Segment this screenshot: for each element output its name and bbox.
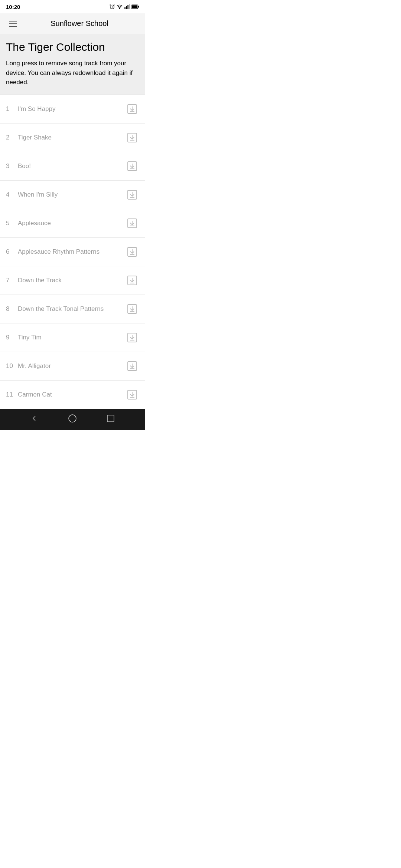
back-icon	[30, 414, 39, 423]
song-number: 10	[6, 362, 18, 370]
download-button[interactable]	[125, 388, 139, 401]
svg-rect-2	[124, 7, 125, 9]
song-title: Tiger Shake	[18, 134, 125, 141]
download-button[interactable]	[125, 331, 139, 344]
download-button[interactable]	[125, 217, 139, 230]
svg-rect-7	[138, 6, 139, 8]
status-time: 10:20	[6, 4, 20, 10]
signal-icon	[124, 4, 130, 10]
app-bar: Sunflower School	[0, 13, 145, 34]
svg-rect-5	[129, 4, 130, 9]
song-title: When I'm Silly	[18, 191, 125, 198]
song-title: Tiny Tim	[18, 334, 125, 341]
hamburger-menu-button[interactable]	[6, 18, 20, 30]
song-item[interactable]: 6Applesauce Rhythm Patterns	[0, 238, 145, 266]
battery-icon	[131, 4, 139, 9]
song-item[interactable]: 9Tiny Tim	[0, 323, 145, 352]
song-item[interactable]: 1I'm So Happy	[0, 95, 145, 124]
hamburger-line-1	[9, 21, 17, 22]
song-number: 1	[6, 105, 18, 113]
home-icon	[68, 414, 77, 423]
download-icon	[127, 161, 137, 171]
song-item[interactable]: 5Applesauce	[0, 209, 145, 238]
download-icon	[127, 104, 137, 114]
recent-apps-icon	[106, 414, 115, 423]
download-button[interactable]	[125, 245, 139, 259]
song-item[interactable]: 4When I'm Silly	[0, 181, 145, 209]
song-number: 6	[6, 248, 18, 256]
song-title: Applesauce	[18, 220, 125, 227]
song-title: Down the Track	[18, 277, 125, 284]
song-item[interactable]: 11Carmen Cat	[0, 381, 145, 409]
download-button[interactable]	[125, 160, 139, 173]
app-bar-title: Sunflower School	[20, 19, 139, 28]
song-title: Applesauce Rhythm Patterns	[18, 248, 125, 256]
song-number: 4	[6, 191, 18, 198]
collection-description: Long press to remove song track from you…	[6, 59, 139, 87]
svg-rect-3	[126, 6, 127, 9]
song-title: Carmen Cat	[18, 391, 125, 398]
song-title: Down the Track Tonal Patterns	[18, 305, 125, 313]
status-bar: 10:20	[0, 0, 145, 13]
song-list: 1I'm So Happy 2Tiger Shake 3Boo! 4When	[0, 95, 145, 409]
song-title: Boo!	[18, 162, 125, 170]
download-icon	[127, 389, 137, 400]
song-number: 11	[6, 391, 18, 398]
download-icon	[127, 304, 137, 314]
wifi-icon	[117, 4, 123, 10]
song-item[interactable]: 8Down the Track Tonal Patterns	[0, 295, 145, 323]
download-icon	[127, 190, 137, 200]
home-button[interactable]	[65, 411, 80, 428]
download-icon	[127, 361, 137, 371]
status-icons	[109, 4, 139, 10]
song-number: 3	[6, 162, 18, 170]
download-icon	[127, 132, 137, 143]
recent-apps-button[interactable]	[103, 411, 118, 428]
bottom-nav-bar	[0, 409, 145, 430]
download-button[interactable]	[125, 131, 139, 144]
song-number: 2	[6, 134, 18, 141]
download-button[interactable]	[125, 302, 139, 316]
svg-point-42	[69, 415, 76, 422]
song-item[interactable]: 10Mr. Alligator	[0, 352, 145, 381]
collection-title: The Tiger Collection	[6, 41, 139, 53]
download-button[interactable]	[125, 359, 139, 373]
download-button[interactable]	[125, 274, 139, 287]
song-title: Mr. Alligator	[18, 362, 125, 370]
svg-point-1	[119, 9, 120, 9]
hamburger-line-2	[9, 23, 17, 24]
song-number: 5	[6, 220, 18, 227]
download-icon	[127, 332, 137, 343]
alarm-icon	[109, 4, 115, 10]
svg-rect-8	[132, 5, 137, 8]
download-button[interactable]	[125, 102, 139, 116]
song-title: I'm So Happy	[18, 105, 125, 113]
song-item[interactable]: 7Down the Track	[0, 266, 145, 295]
song-number: 9	[6, 334, 18, 341]
song-item[interactable]: 2Tiger Shake	[0, 124, 145, 152]
svg-rect-4	[127, 5, 128, 9]
download-button[interactable]	[125, 188, 139, 201]
download-icon	[127, 275, 137, 286]
song-item[interactable]: 3Boo!	[0, 152, 145, 181]
hamburger-line-3	[9, 26, 17, 27]
download-icon	[127, 247, 137, 257]
header-section: The Tiger Collection Long press to remov…	[0, 34, 145, 95]
download-icon	[127, 218, 137, 228]
svg-rect-43	[107, 415, 114, 422]
back-button[interactable]	[27, 411, 42, 428]
song-number: 7	[6, 277, 18, 284]
song-number: 8	[6, 305, 18, 313]
